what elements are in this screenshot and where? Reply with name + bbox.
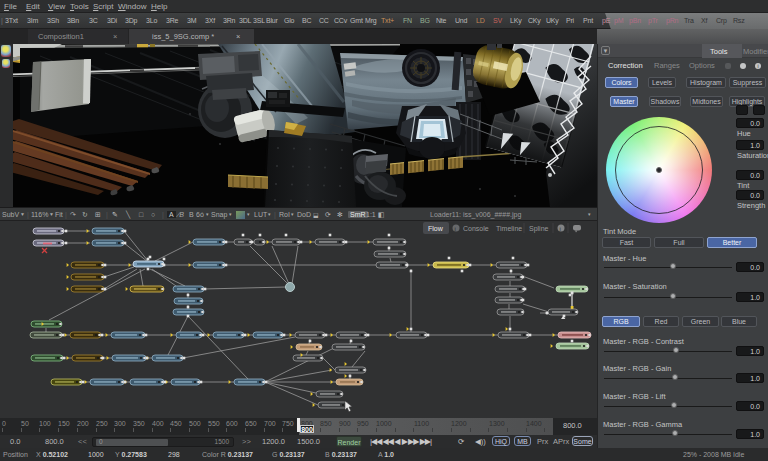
svg-text:Timeline: Timeline — [496, 225, 522, 232]
svg-text:i: i — [560, 226, 561, 232]
svg-text:Flow: Flow — [428, 225, 444, 232]
svg-text:i: i — [455, 226, 456, 232]
svg-text:Spline: Spline — [529, 225, 549, 233]
svg-text:Console: Console — [463, 225, 489, 232]
